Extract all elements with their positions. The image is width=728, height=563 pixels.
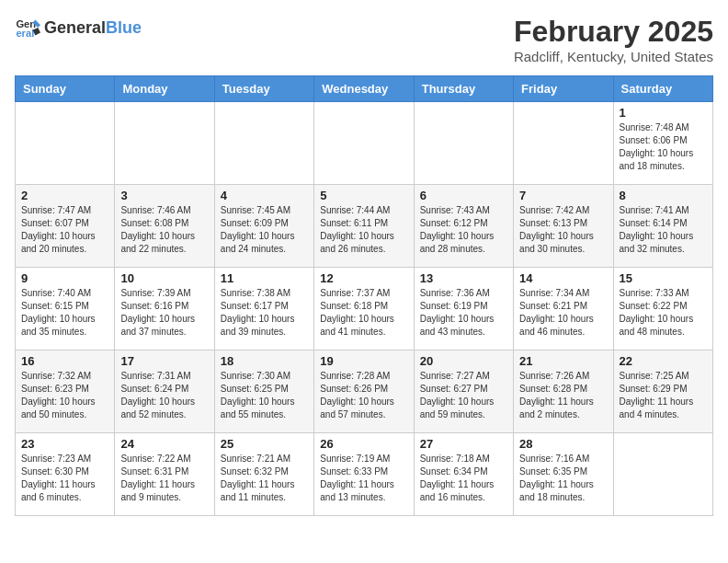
day-info: Sunrise: 7:36 AM Sunset: 6:19 PM Dayligh… [420,287,507,339]
svg-text:eral: eral [16,28,34,39]
main-title: February 2025 [514,15,713,49]
subtitle: Radcliff, Kentucky, United States [514,49,713,64]
day-info: Sunrise: 7:38 AM Sunset: 6:17 PM Dayligh… [221,287,308,339]
calendar-cell: 16Sunrise: 7:32 AM Sunset: 6:23 PM Dayli… [16,350,115,433]
calendar-cell: 26Sunrise: 7:19 AM Sunset: 6:33 PM Dayli… [314,433,414,516]
day-number: 27 [420,437,507,451]
day-number: 9 [21,271,108,285]
calendar-cell: 2Sunrise: 7:47 AM Sunset: 6:07 PM Daylig… [16,185,115,268]
day-info: Sunrise: 7:46 AM Sunset: 6:08 PM Dayligh… [120,204,208,256]
day-info: Sunrise: 7:23 AM Sunset: 6:30 PM Dayligh… [21,453,108,504]
day-info: Sunrise: 7:30 AM Sunset: 6:25 PM Dayligh… [221,370,308,421]
day-number: 25 [221,437,308,451]
logo-icon: Gen eral [15,15,40,40]
day-number: 11 [221,271,308,285]
title-section: February 2025 Radcliff, Kentucky, United… [514,15,713,64]
day-info: Sunrise: 7:18 AM Sunset: 6:34 PM Dayligh… [420,453,507,504]
day-number: 18 [221,354,308,368]
day-number: 3 [120,189,208,202]
day-info: Sunrise: 7:41 AM Sunset: 6:14 PM Dayligh… [620,204,707,256]
day-number: 1 [620,106,707,120]
day-info: Sunrise: 7:39 AM Sunset: 6:16 PM Dayligh… [120,287,208,339]
day-info: Sunrise: 7:45 AM Sunset: 6:09 PM Dayligh… [221,204,308,256]
calendar-cell: 27Sunrise: 7:18 AM Sunset: 6:34 PM Dayli… [414,433,513,516]
day-number: 23 [21,437,108,451]
day-number: 5 [320,189,407,202]
day-number: 7 [519,189,607,202]
day-number: 2 [21,189,108,202]
day-info: Sunrise: 7:19 AM Sunset: 6:33 PM Dayligh… [320,453,407,504]
week-row-3: 9Sunrise: 7:40 AM Sunset: 6:15 PM Daylig… [16,268,713,350]
week-row-5: 23Sunrise: 7:23 AM Sunset: 6:30 PM Dayli… [16,433,713,516]
day-number: 28 [519,437,607,451]
day-number: 6 [420,189,507,202]
calendar-cell: 5Sunrise: 7:44 AM Sunset: 6:11 PM Daylig… [314,185,414,268]
weekday-header-friday: Friday [514,76,613,102]
day-info: Sunrise: 7:31 AM Sunset: 6:24 PM Dayligh… [120,370,208,421]
weekday-header-monday: Monday [115,76,214,102]
day-number: 24 [120,437,208,451]
calendar-cell: 3Sunrise: 7:46 AM Sunset: 6:08 PM Daylig… [115,185,214,268]
day-info: Sunrise: 7:42 AM Sunset: 6:13 PM Dayligh… [519,204,607,256]
calendar-cell [115,102,214,185]
calendar-cell: 20Sunrise: 7:27 AM Sunset: 6:27 PM Dayli… [414,350,513,433]
calendar-cell: 23Sunrise: 7:23 AM Sunset: 6:30 PM Dayli… [16,433,115,516]
calendar-cell: 24Sunrise: 7:22 AM Sunset: 6:31 PM Dayli… [115,433,214,516]
calendar-cell: 21Sunrise: 7:26 AM Sunset: 6:28 PM Dayli… [514,350,613,433]
calendar-cell: 15Sunrise: 7:33 AM Sunset: 6:22 PM Dayli… [613,268,712,350]
calendar-cell: 6Sunrise: 7:43 AM Sunset: 6:12 PM Daylig… [414,185,513,268]
day-number: 13 [420,271,507,285]
day-number: 17 [120,354,208,368]
day-info: Sunrise: 7:32 AM Sunset: 6:23 PM Dayligh… [21,370,108,421]
calendar-cell [613,433,712,516]
day-info: Sunrise: 7:47 AM Sunset: 6:07 PM Dayligh… [21,204,108,256]
calendar-cell: 4Sunrise: 7:45 AM Sunset: 6:09 PM Daylig… [214,185,313,268]
week-row-2: 2Sunrise: 7:47 AM Sunset: 6:07 PM Daylig… [16,185,713,268]
day-info: Sunrise: 7:44 AM Sunset: 6:11 PM Dayligh… [320,204,407,256]
day-info: Sunrise: 7:27 AM Sunset: 6:27 PM Dayligh… [420,370,507,421]
day-info: Sunrise: 7:40 AM Sunset: 6:15 PM Dayligh… [21,287,108,339]
day-info: Sunrise: 7:33 AM Sunset: 6:22 PM Dayligh… [620,287,707,339]
calendar-cell [214,102,313,185]
day-info: Sunrise: 7:37 AM Sunset: 6:18 PM Dayligh… [320,287,407,339]
week-row-1: 1Sunrise: 7:48 AM Sunset: 6:06 PM Daylig… [16,102,713,185]
day-number: 20 [420,354,507,368]
day-info: Sunrise: 7:16 AM Sunset: 6:35 PM Dayligh… [519,453,607,504]
weekday-header-thursday: Thursday [414,76,513,102]
day-number: 22 [620,354,707,368]
header: Gen eral GeneralBlue February 2025 Radcl… [15,15,713,64]
week-row-4: 16Sunrise: 7:32 AM Sunset: 6:23 PM Dayli… [16,350,713,433]
day-number: 16 [21,354,108,368]
weekday-header-row: SundayMondayTuesdayWednesdayThursdayFrid… [16,76,713,102]
calendar-cell: 19Sunrise: 7:28 AM Sunset: 6:26 PM Dayli… [314,350,414,433]
day-info: Sunrise: 7:48 AM Sunset: 6:06 PM Dayligh… [620,121,707,173]
day-info: Sunrise: 7:25 AM Sunset: 6:29 PM Dayligh… [620,370,707,421]
day-number: 12 [320,271,407,285]
day-info: Sunrise: 7:22 AM Sunset: 6:31 PM Dayligh… [120,453,208,504]
calendar-cell: 17Sunrise: 7:31 AM Sunset: 6:24 PM Dayli… [115,350,214,433]
calendar-cell: 25Sunrise: 7:21 AM Sunset: 6:32 PM Dayli… [214,433,313,516]
calendar-cell: 13Sunrise: 7:36 AM Sunset: 6:19 PM Dayli… [414,268,513,350]
day-number: 19 [320,354,407,368]
calendar-cell: 11Sunrise: 7:38 AM Sunset: 6:17 PM Dayli… [214,268,313,350]
calendar-cell: 8Sunrise: 7:41 AM Sunset: 6:14 PM Daylig… [613,185,712,268]
day-number: 10 [120,271,208,285]
calendar-cell: 9Sunrise: 7:40 AM Sunset: 6:15 PM Daylig… [16,268,115,350]
calendar-cell: 14Sunrise: 7:34 AM Sunset: 6:21 PM Dayli… [514,268,613,350]
calendar-cell [414,102,513,185]
day-info: Sunrise: 7:28 AM Sunset: 6:26 PM Dayligh… [320,370,407,421]
day-info: Sunrise: 7:26 AM Sunset: 6:28 PM Dayligh… [519,370,607,421]
weekday-header-tuesday: Tuesday [214,76,313,102]
day-number: 4 [221,189,308,202]
logo: Gen eral GeneralBlue [15,15,142,40]
calendar-cell [514,102,613,185]
day-info: Sunrise: 7:34 AM Sunset: 6:21 PM Dayligh… [519,287,607,339]
day-number: 8 [620,189,707,202]
weekday-header-sunday: Sunday [16,76,115,102]
calendar-cell [16,102,115,185]
day-info: Sunrise: 7:21 AM Sunset: 6:32 PM Dayligh… [221,453,308,504]
calendar-cell: 18Sunrise: 7:30 AM Sunset: 6:25 PM Dayli… [214,350,313,433]
day-number: 21 [519,354,607,368]
calendar-cell: 1Sunrise: 7:48 AM Sunset: 6:06 PM Daylig… [613,102,712,185]
calendar-cell: 12Sunrise: 7:37 AM Sunset: 6:18 PM Dayli… [314,268,414,350]
